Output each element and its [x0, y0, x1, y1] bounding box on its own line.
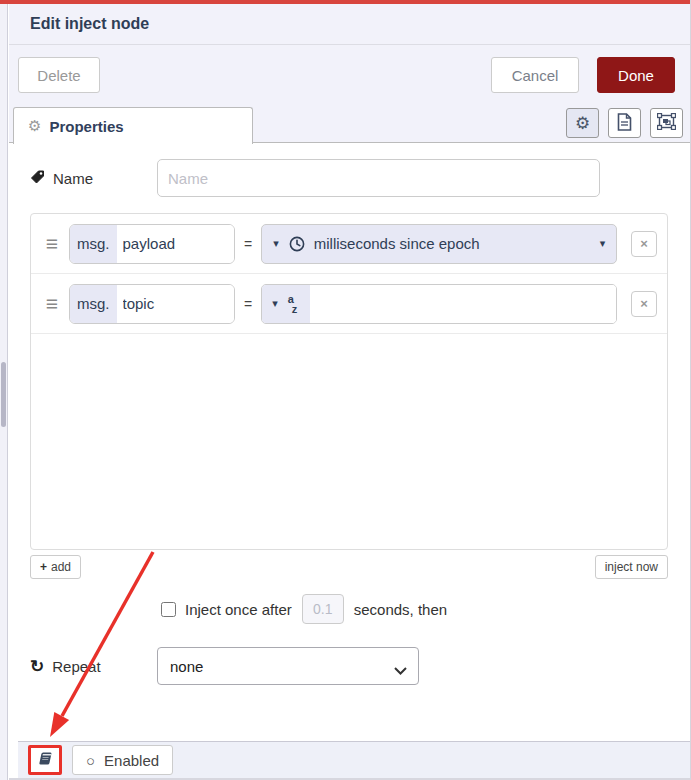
msg-prefix-label: msg. [70, 285, 117, 323]
dialog-title: Edit inject node [30, 15, 149, 33]
dialog-footer: ○ Enabled [18, 741, 690, 778]
enabled-label: Enabled [104, 752, 159, 769]
edit-inject-node-dialog: Edit inject node Delete Cancel Done ⚙ Pr… [0, 0, 691, 780]
property-row-topic: ≡ msg. = ▾ a z [31, 274, 667, 334]
caret-down-icon: ▾ [600, 237, 606, 250]
add-button-label: add [51, 560, 71, 574]
name-input[interactable] [157, 159, 600, 197]
add-property-button[interactable]: + add [30, 555, 81, 579]
done-button[interactable]: Done [597, 57, 675, 93]
drag-handle-icon[interactable]: ≡ [39, 292, 65, 316]
properties-view-button[interactable]: ⚙ [566, 108, 599, 138]
remove-cross-icon: × [640, 236, 648, 251]
remove-topic-row-button[interactable]: × [631, 291, 657, 317]
repeat-select-wrap: none [157, 647, 419, 685]
status-circle-icon: ○ [86, 753, 95, 768]
delete-button[interactable]: Delete [18, 57, 100, 93]
list-footer: + add inject now [30, 555, 668, 579]
remove-payload-row-button[interactable]: × [631, 231, 657, 257]
name-label: Name [53, 170, 93, 187]
inject-now-label: inject now [605, 560, 658, 574]
left-gutter [0, 4, 8, 780]
topic-type-dropdown[interactable]: ▾ a z [262, 285, 310, 323]
description-view-button[interactable] [608, 108, 641, 138]
topic-property-field: msg. [69, 284, 235, 324]
topic-key-input[interactable] [117, 285, 234, 323]
string-type-icon: a z [287, 294, 300, 314]
scrollbar-thumb[interactable] [1, 362, 6, 427]
inject-once-row: Inject once after seconds, then [161, 593, 668, 625]
inject-now-button[interactable]: inject now [595, 555, 668, 579]
remove-cross-icon: × [640, 296, 648, 311]
top-red-bar [0, 0, 690, 4]
node-enabled-toggle[interactable]: ○ Enabled [72, 745, 173, 775]
repeat-row: ↻ Repeat none [30, 647, 668, 685]
editor-view-buttons: ⚙ [566, 108, 683, 138]
topic-type-field: ▾ a z [261, 284, 617, 324]
caret-down-icon: ▾ [272, 297, 278, 310]
edit-tray: Edit inject node Delete Cancel Done ⚙ Pr… [9, 4, 690, 780]
document-icon [617, 113, 632, 134]
plus-icon: + [40, 560, 47, 574]
topic-value-input[interactable] [310, 285, 616, 323]
node-help-button[interactable] [28, 745, 62, 775]
drag-handle-icon[interactable]: ≡ [39, 232, 65, 256]
tab-properties[interactable]: ⚙ Properties [13, 107, 253, 144]
payload-property-field: msg. [69, 224, 235, 264]
dialog-button-bar: Delete Cancel Done [9, 45, 690, 105]
equals-sign: = [244, 236, 252, 252]
caret-down-icon: ▾ [273, 237, 279, 250]
equals-sign: = [244, 296, 252, 312]
repeat-label: Repeat [52, 658, 100, 675]
inject-once-label-before: Inject once after [185, 601, 292, 618]
tag-icon [30, 169, 45, 187]
payload-key-input[interactable] [117, 225, 234, 263]
msg-prefix-label: msg. [70, 225, 117, 263]
properties-form: Name ≡ msg. = ▾ [9, 143, 690, 780]
inject-properties-list: ≡ msg. = ▾ milliseconds since epoch ▾ [30, 213, 668, 550]
appearance-icon [657, 113, 676, 133]
gear-icon: ⚙ [28, 117, 41, 135]
payload-type-value: milliseconds since epoch [314, 235, 480, 252]
repeat-icon: ↻ [30, 656, 44, 677]
appearance-view-button[interactable] [650, 108, 683, 138]
name-row: Name [30, 159, 668, 197]
clock-icon [289, 236, 305, 252]
inject-once-checkbox[interactable] [161, 602, 176, 617]
book-icon [37, 751, 53, 769]
payload-type-dropdown[interactable]: ▾ milliseconds since epoch ▾ [261, 224, 617, 264]
tab-bar: ⚙ Properties ⚙ [9, 105, 690, 143]
inject-once-label-after: seconds, then [354, 601, 447, 618]
dialog-header: Edit inject node [9, 4, 690, 45]
name-label-group: Name [30, 169, 157, 187]
repeat-label-group: ↻ Repeat [30, 656, 157, 677]
property-row-payload: ≡ msg. = ▾ milliseconds since epoch ▾ [31, 214, 667, 274]
tab-properties-label: Properties [49, 118, 123, 135]
cancel-button[interactable]: Cancel [491, 57, 579, 93]
gear-icon: ⚙ [575, 113, 590, 134]
repeat-select[interactable]: none [157, 647, 419, 685]
inject-once-delay-input[interactable] [302, 594, 344, 624]
